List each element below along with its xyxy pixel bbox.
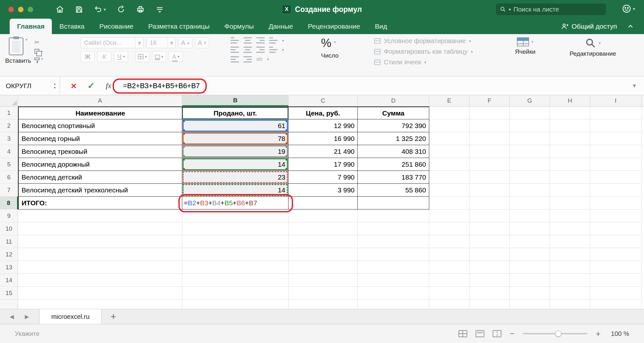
cell-I7[interactable] xyxy=(590,184,641,197)
cell-I10[interactable] xyxy=(590,222,641,235)
align-left-icon[interactable] xyxy=(231,47,239,53)
maximize-window-button[interactable] xyxy=(28,7,33,12)
cell-D1[interactable]: Сумма xyxy=(358,107,429,119)
cell-A2[interactable]: Велосипед спортивный xyxy=(18,119,182,132)
previous-sheet-button[interactable]: ◀ xyxy=(10,313,14,320)
cell-C7[interactable]: 3 990 xyxy=(289,184,358,197)
cell-D8[interactable] xyxy=(358,197,429,209)
minimize-window-button[interactable] xyxy=(18,7,24,12)
formula-input[interactable]: =B2+B3+B4+B5+B6+B7 xyxy=(123,77,200,95)
sheet-tab-microexcel[interactable]: microexcel.ru xyxy=(39,309,101,324)
select-all-corner[interactable] xyxy=(0,95,18,106)
cell-A4[interactable]: Велосипед трековый xyxy=(18,145,182,158)
font-color-button[interactable]: А▾ xyxy=(169,51,183,62)
cell-H11[interactable] xyxy=(550,235,590,248)
save-button[interactable] xyxy=(75,5,83,14)
customize-toolbar-button[interactable] xyxy=(156,5,164,14)
cell-G6[interactable] xyxy=(510,171,550,184)
column-header-A[interactable]: A xyxy=(18,95,182,106)
cell-E11[interactable] xyxy=(429,235,469,248)
paste-button[interactable]: ▾ Вставить xyxy=(5,37,31,64)
cell-G12[interactable] xyxy=(510,248,550,261)
column-header-G[interactable]: G xyxy=(510,95,550,106)
cell-C6[interactable]: 7 990 xyxy=(289,171,358,184)
cell-C1[interactable]: Цена, руб. xyxy=(289,107,358,119)
cell-H8[interactable] xyxy=(550,197,590,209)
cell-E6[interactable] xyxy=(429,171,469,184)
cell-G11[interactable] xyxy=(510,235,550,248)
feedback-button[interactable]: ▾ xyxy=(622,4,635,14)
cell-D5[interactable]: 251 860 xyxy=(358,158,429,171)
cell-G14[interactable] xyxy=(510,274,550,287)
editing-button[interactable]: ▾ xyxy=(585,37,601,49)
name-box-stepper[interactable]: ▲▼ xyxy=(53,82,56,89)
cell-C13[interactable] xyxy=(289,261,358,274)
cell-F3[interactable] xyxy=(469,132,510,145)
cell-C10[interactable] xyxy=(289,222,358,235)
cell-I6[interactable] xyxy=(590,171,641,184)
cell-I1[interactable] xyxy=(590,107,641,119)
cell-A1[interactable]: Наименование xyxy=(18,107,182,119)
expand-formula-bar-chevron-icon[interactable]: ▼ xyxy=(632,77,637,95)
cell-A8[interactable]: ИТОГО: xyxy=(18,197,182,209)
page-break-view-icon[interactable] xyxy=(493,330,501,337)
underline-button[interactable]: Ч▾ xyxy=(114,51,128,62)
column-header-H[interactable]: H xyxy=(550,95,590,106)
share-button[interactable]: Общий доступ xyxy=(561,23,617,30)
formula-cell-B8[interactable]: =B2+B3+B4+B5+B6+B7 xyxy=(182,197,289,209)
borders-button[interactable]: ▾ xyxy=(135,51,149,62)
cell-G4[interactable] xyxy=(510,145,550,158)
cell-H2[interactable] xyxy=(550,119,590,132)
row-header-7[interactable]: 7 xyxy=(0,184,18,197)
cell-D4[interactable]: 408 310 xyxy=(358,145,429,158)
cell-E13[interactable] xyxy=(429,261,469,274)
cell-B13[interactable] xyxy=(182,261,289,274)
insert-function-button[interactable]: fx xyxy=(100,77,117,95)
column-header-C[interactable]: C xyxy=(289,95,358,106)
cell-D7[interactable]: 55 860 xyxy=(358,184,429,197)
column-header-F[interactable]: F xyxy=(469,95,510,106)
cell-G5[interactable] xyxy=(510,158,550,171)
cell-G7[interactable] xyxy=(510,184,550,197)
cell-B14[interactable] xyxy=(182,274,289,287)
row-header-15[interactable]: 15 xyxy=(0,287,18,300)
cell-H15[interactable] xyxy=(550,287,590,300)
cell-E9[interactable] xyxy=(429,209,469,222)
cell-A5[interactable]: Велосипед дорожный xyxy=(18,158,182,171)
cell-H9[interactable] xyxy=(550,209,590,222)
increase-font-size-button[interactable]: А▲ xyxy=(178,37,193,48)
cell-D10[interactable] xyxy=(358,222,429,235)
cell-D15[interactable] xyxy=(358,287,429,300)
cell-I15[interactable] xyxy=(590,287,641,300)
row-header-11[interactable]: 11 xyxy=(0,235,18,248)
cell-B7[interactable]: 14 xyxy=(182,184,289,197)
cell-C4[interactable]: 21 490 xyxy=(289,145,358,158)
zoom-out-button[interactable]: − xyxy=(510,329,515,338)
tab-draw[interactable]: Рисование xyxy=(92,19,141,34)
cell-H7[interactable] xyxy=(550,184,590,197)
row-header-1[interactable]: 1 xyxy=(0,107,18,119)
cell-B4[interactable]: 19 xyxy=(182,145,289,158)
zoom-slider-thumb[interactable] xyxy=(555,331,562,337)
cell-D9[interactable] xyxy=(358,209,429,222)
fill-color-button[interactable]: ▾ xyxy=(152,51,166,62)
cell-G13[interactable] xyxy=(510,261,550,274)
decrease-indent-icon[interactable] xyxy=(231,56,239,62)
tab-view[interactable]: Вид xyxy=(367,19,394,34)
cell-F2[interactable] xyxy=(469,119,510,132)
cell-F14[interactable] xyxy=(469,274,510,287)
cell-C12[interactable] xyxy=(289,248,358,261)
orientation-icon[interactable]: ab xyxy=(256,56,262,62)
font-name-select[interactable]: Calibri (Осн... ▾ xyxy=(80,37,144,48)
cell-I3[interactable] xyxy=(590,132,641,145)
align-bottom-icon[interactable] xyxy=(256,37,265,43)
cell-I11[interactable] xyxy=(590,235,641,248)
redo-button[interactable] xyxy=(117,5,125,14)
cell-C2[interactable]: 12 990 xyxy=(289,119,358,132)
add-sheet-button[interactable]: + xyxy=(110,311,116,322)
italic-button[interactable]: К xyxy=(97,51,111,62)
cell-C8[interactable] xyxy=(289,197,358,209)
cell-E2[interactable] xyxy=(429,119,469,132)
cell-F13[interactable] xyxy=(469,261,510,274)
cell-H1[interactable] xyxy=(550,107,590,119)
